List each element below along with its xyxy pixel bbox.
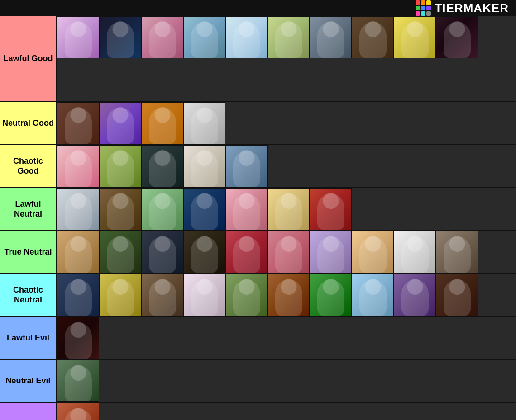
character-card[interactable]: [99, 188, 141, 230]
tier-rows-container: Lawful GoodNeutral GoodChaotic GoodLawfu…: [0, 16, 516, 420]
character-card[interactable]: [57, 145, 99, 187]
character-card[interactable]: [268, 188, 310, 230]
character-art: [57, 403, 99, 420]
character-card[interactable]: [394, 274, 436, 316]
character-card[interactable]: [225, 274, 268, 316]
character-card[interactable]: [57, 188, 99, 230]
character-card[interactable]: [352, 16, 394, 58]
character-art: [100, 146, 141, 187]
character-card[interactable]: [99, 231, 141, 273]
character-art: [226, 189, 267, 230]
character-card[interactable]: [394, 16, 436, 58]
character-card[interactable]: [141, 274, 183, 316]
character-card[interactable]: [141, 16, 183, 58]
character-card[interactable]: [183, 145, 225, 187]
character-art: [57, 146, 99, 187]
character-art: [100, 17, 141, 58]
character-card[interactable]: [183, 102, 225, 144]
tier-row-lawful-neutral: Lawful Neutral: [0, 188, 516, 231]
character-art: [394, 231, 435, 273]
character-art: [142, 274, 183, 316]
character-art: [184, 103, 225, 144]
header: TiERMAKER: [0, 0, 516, 16]
tiermaker-logo: TiERMAKER: [416, 0, 509, 16]
character-card[interactable]: [57, 102, 99, 144]
character-art: [57, 274, 99, 316]
character-art: [184, 17, 225, 58]
tier-label-true-neutral: True Neutral: [0, 231, 57, 273]
character-card[interactable]: [183, 188, 225, 230]
character-card[interactable]: [57, 360, 99, 402]
character-card[interactable]: [394, 231, 436, 273]
character-art: [184, 146, 225, 187]
character-card[interactable]: [99, 145, 141, 187]
character-card[interactable]: [225, 145, 268, 187]
character-card[interactable]: [436, 16, 478, 58]
character-art: [436, 274, 478, 316]
character-card[interactable]: [57, 403, 99, 420]
character-card[interactable]: [225, 231, 268, 273]
tier-label-lawful-evil: Lawful Evil: [0, 317, 57, 359]
character-card[interactable]: [99, 16, 141, 58]
character-art: [226, 231, 267, 273]
character-art: [57, 17, 99, 58]
character-art: [100, 231, 141, 273]
character-card[interactable]: [57, 317, 99, 359]
character-card[interactable]: [141, 188, 183, 230]
tier-label-lawful-good: Lawful Good: [0, 16, 57, 101]
tier-label-lawful-neutral: Lawful Neutral: [0, 188, 57, 230]
character-card[interactable]: [225, 188, 268, 230]
character-card[interactable]: [183, 231, 225, 273]
logo-cell: [416, 0, 420, 5]
character-art: [100, 274, 141, 316]
character-card[interactable]: [310, 188, 352, 230]
logo-cell: [421, 11, 425, 16]
character-card[interactable]: [99, 102, 141, 144]
tier-content-lawful-evil: [57, 317, 516, 359]
character-card[interactable]: [310, 274, 352, 316]
tier-row-true-neutral: True Neutral: [0, 231, 516, 274]
character-card[interactable]: [183, 16, 225, 58]
character-card[interactable]: [57, 231, 99, 273]
character-card[interactable]: [57, 274, 99, 316]
character-card[interactable]: [310, 16, 352, 58]
tier-row-neutral-good: Neutral Good: [0, 102, 516, 145]
character-card[interactable]: [352, 274, 394, 316]
character-card[interactable]: [141, 145, 183, 187]
tier-row-lawful-good: Lawful Good: [0, 16, 516, 102]
character-card[interactable]: [225, 16, 268, 58]
character-art: [394, 17, 435, 58]
tier-content-true-neutral: [57, 231, 516, 273]
tier-row-neutral-evil: Neutral Evil: [0, 360, 516, 403]
tier-row-chaotic-neutral: Chaotic Neutral: [0, 274, 516, 317]
logo-text: TiERMAKER: [435, 1, 509, 15]
logo-cell: [421, 6, 425, 10]
character-card[interactable]: [268, 231, 310, 273]
character-card[interactable]: [310, 231, 352, 273]
character-card[interactable]: [183, 274, 225, 316]
character-art: [268, 274, 309, 316]
character-card[interactable]: [268, 16, 310, 58]
character-card[interactable]: [436, 274, 478, 316]
character-card[interactable]: [436, 231, 478, 273]
character-art: [268, 231, 309, 273]
tier-content-neutral-good: [57, 102, 516, 144]
tier-label-chaotic-evil: Chaotic Evil: [0, 403, 57, 420]
character-card[interactable]: [352, 231, 394, 273]
character-art: [436, 17, 478, 58]
tier-content-lawful-good: [57, 16, 516, 101]
character-art: [352, 231, 393, 273]
character-art: [142, 189, 183, 230]
character-card[interactable]: [141, 231, 183, 273]
character-card[interactable]: [268, 274, 310, 316]
tier-content-chaotic-evil: [57, 403, 516, 420]
logo-cell: [426, 11, 431, 16]
character-art: [57, 360, 99, 401]
tier-content-chaotic-neutral: [57, 274, 516, 316]
tier-row-chaotic-evil: Chaotic Evil: [0, 403, 516, 420]
tier-label-neutral-good: Neutral Good: [0, 102, 57, 144]
character-card[interactable]: [99, 274, 141, 316]
character-art: [57, 231, 99, 273]
character-card[interactable]: [57, 16, 99, 58]
character-card[interactable]: [141, 102, 183, 144]
